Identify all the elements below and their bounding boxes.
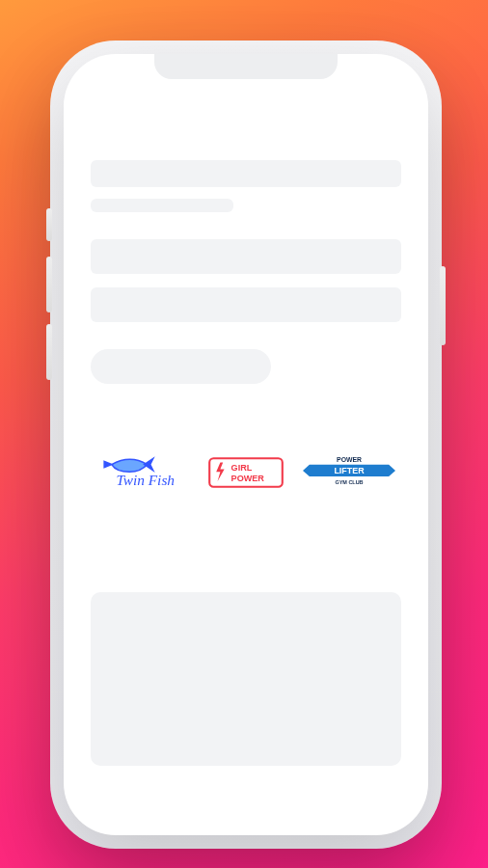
bolt-icon — [216, 463, 224, 482]
skeleton-button — [91, 349, 271, 384]
brand-text: GIRL — [231, 463, 253, 473]
screen: Twin Fish GIRL POWER POWER — [64, 54, 428, 835]
brand-row: Twin Fish GIRL POWER POWER — [91, 449, 401, 496]
brand-text: POWER — [231, 474, 265, 483]
skeleton-title — [91, 160, 401, 187]
brand-power-lifter: POWER LIFTER GYM CLUB — [298, 452, 401, 493]
side-button — [440, 266, 446, 345]
skeleton-card — [91, 592, 401, 766]
side-button — [46, 208, 52, 241]
content-area: Twin Fish GIRL POWER POWER — [91, 160, 401, 835]
skeleton-input — [91, 239, 401, 274]
side-button — [46, 257, 52, 312]
brand-text: Twin Fish — [116, 472, 175, 488]
girl-power-logo: GIRL POWER — [205, 455, 286, 490]
brand-text: POWER — [337, 456, 362, 463]
brand-text: GYM CLUB — [336, 479, 364, 485]
power-lifter-logo: POWER LIFTER GYM CLUB — [303, 452, 395, 493]
side-button — [46, 324, 52, 380]
phone-device: Twin Fish GIRL POWER POWER — [64, 54, 428, 835]
brand-twin-fish: Twin Fish — [91, 453, 194, 492]
skeleton-input — [91, 287, 401, 322]
brand-girl-power: GIRL POWER — [194, 455, 297, 490]
brand-text: LIFTER — [335, 466, 366, 475]
skeleton-subtitle — [91, 199, 233, 212]
twin-fish-logo: Twin Fish — [98, 453, 187, 492]
